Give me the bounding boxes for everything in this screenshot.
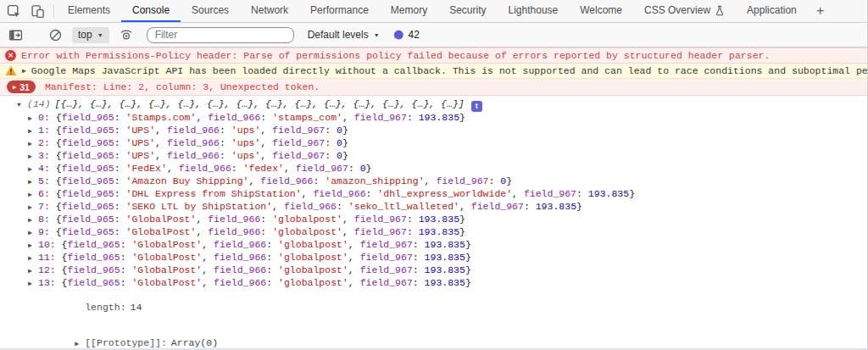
property-key: field_965 — [68, 264, 120, 275]
property-value: 0 — [360, 163, 366, 174]
tab-security[interactable]: Security — [438, 0, 497, 22]
array-item-row[interactable]: ▶1: {field_965: 'UPS', field_966: 'ups',… — [0, 125, 867, 137]
property-value: 'ups' — [231, 137, 261, 148]
property-key: field_967 — [296, 163, 348, 174]
disclosure-arrow-icon: ▶ — [13, 84, 16, 91]
array-item-row[interactable]: ▶4: {field_965: 'FedEx', field_966: 'fed… — [0, 163, 867, 175]
property-value: 'globalpost' — [278, 252, 348, 263]
chevron-down-icon: ▼ — [97, 32, 103, 38]
property-value: 0 — [337, 125, 342, 136]
error-message-row: ✕ Error with Permissions-Policy header: … — [0, 47, 867, 64]
array-index: 8: — [38, 214, 56, 225]
array-item-row[interactable]: ▶13: {field_965: 'GlobalPost', field_966… — [0, 277, 867, 290]
property-value: 'globalpost' — [272, 214, 342, 225]
array-index: 6: — [38, 188, 56, 199]
array-item-row[interactable]: ▶10: {field_965: 'GlobalPost', field_966… — [0, 239, 867, 252]
live-expression-button[interactable] — [114, 24, 138, 46]
console-sidebar-button[interactable] — [3, 24, 27, 46]
array-length-row: length:14 — [0, 290, 867, 325]
property-key: field_966 — [208, 226, 260, 237]
tab-label: Application — [747, 4, 797, 16]
tab-css-overview[interactable]: CSS Overview — [633, 0, 736, 22]
disclosure-arrow-icon[interactable]: ▶ — [22, 67, 26, 75]
disclosure-arrow-icon: ▶ — [28, 227, 38, 239]
property-key: field_966 — [208, 214, 260, 225]
manifest-error-text: Manifest: Line: 2, column: 3, Unexpected… — [45, 81, 320, 92]
array-item-row[interactable]: ▶9: {field_965: 'GlobalPost', field_966:… — [0, 226, 867, 239]
tab-network[interactable]: Network — [240, 0, 299, 22]
array-item-row[interactable]: ▶6: {field_965: 'DHL Express from ShipSt… — [0, 188, 867, 201]
disclosure-arrow-icon[interactable]: ▼ — [17, 99, 27, 111]
property-key: field_966 — [260, 175, 313, 186]
tab-welcome[interactable]: Welcome — [569, 0, 633, 22]
disclosure-arrow-icon: ▶ — [28, 202, 38, 214]
property-value: 193.835 — [419, 226, 459, 237]
array-item-row[interactable]: ▶0: {field_965: 'Stamps.com', field_966:… — [0, 112, 867, 125]
property-key: field_965 — [62, 226, 114, 237]
property-value: 'UPS' — [126, 125, 156, 136]
tab-elements[interactable]: Elements — [57, 0, 121, 22]
array-log-header[interactable]: ▼(14)[{…}, {…}, {…}, {…}, {…}, {…}, {…},… — [0, 98, 867, 112]
inspect-element-button[interactable] — [2, 0, 25, 22]
tab-memory[interactable]: Memory — [380, 0, 438, 22]
property-value: 'SEKO LTL by ShipStation' — [126, 201, 273, 212]
property-key: field_965 — [62, 201, 114, 212]
tab-application[interactable]: Application — [736, 0, 808, 22]
disclosure-arrow-icon[interactable]: ▶ — [75, 338, 85, 348]
tab-lighthouse[interactable]: Lighthouse — [498, 0, 570, 22]
array-item-row[interactable]: ▶2: {field_965: 'UPS', field_966: 'ups',… — [0, 137, 867, 150]
array-index: 4: — [38, 163, 56, 174]
tab-sources[interactable]: Sources — [181, 0, 240, 22]
property-key: field_966 — [179, 163, 231, 174]
log-levels-dropdown[interactable]: Default levels ▼ — [308, 29, 380, 41]
array-prototype-row[interactable]: ▶[[Prototype]]:Array(0) — [0, 325, 867, 348]
array-item-row[interactable]: ▶7: {field_965: 'SEKO LTL by ShipStation… — [0, 201, 867, 214]
array-items: ▶0: {field_965: 'Stamps.com', field_966:… — [0, 112, 867, 290]
property-key: field_965 — [62, 163, 114, 174]
property-key: field_967 — [360, 239, 413, 250]
property-value: 'Amazon Buy Shipping' — [126, 175, 249, 186]
disclosure-arrow-icon: ▶ — [28, 240, 38, 252]
chevron-down-icon: ▼ — [374, 32, 380, 38]
property-key: field_967 — [360, 277, 413, 288]
property-value: 193.835 — [419, 112, 459, 123]
array-index: 12: — [38, 264, 62, 275]
array-item-row[interactable]: ▶8: {field_965: 'GlobalPost', field_966:… — [0, 214, 867, 226]
property-value: 'GlobalPost' — [126, 226, 197, 237]
more-tabs-button[interactable]: + — [808, 0, 833, 22]
property-value: 'fedex' — [243, 163, 284, 174]
property-key: field_967 — [272, 150, 325, 161]
device-toolbar-button[interactable] — [25, 0, 49, 22]
clear-console-button[interactable] — [43, 24, 67, 46]
javascript-context-selector[interactable]: top ▼ — [72, 27, 109, 43]
filter-input[interactable] — [147, 27, 294, 43]
tab-label: Security — [449, 4, 486, 16]
tab-performance[interactable]: Performance — [299, 0, 380, 22]
array-badge-icon[interactable]: t — [471, 101, 482, 112]
property-value: 193.835 — [536, 201, 576, 212]
disclosure-arrow-icon: ▶ — [28, 151, 38, 163]
property-key: field_965 — [62, 214, 114, 225]
array-item-row[interactable]: ▶12: {field_965: 'GlobalPost', field_966… — [0, 264, 867, 277]
array-index: 2: — [38, 137, 56, 148]
property-value: 193.835 — [425, 252, 465, 263]
inspect-element-icon — [7, 4, 21, 19]
array-item-row[interactable]: ▶5: {field_965: 'Amazon Buy Shipping', f… — [0, 175, 867, 188]
property-key: field_967 — [354, 112, 407, 123]
property-value: 0 — [337, 137, 342, 148]
main-tab-bar: ElementsConsoleSourcesNetworkPerformance… — [0, 0, 867, 23]
property-value: 'GlobalPost' — [131, 277, 202, 288]
manifest-error-row: ▶ 31 Manifest: Line: 2, column: 3, Unexp… — [0, 79, 867, 96]
property-value: 'globalpost' — [278, 264, 348, 275]
disclosure-arrow-icon: ▶ — [28, 189, 38, 201]
length-value: 14 — [131, 302, 142, 313]
error-message-text: Error with Permissions-Policy header: Pa… — [21, 50, 770, 61]
repeat-count-badge[interactable]: ▶ 31 — [7, 81, 36, 93]
property-value: 'globalpost' — [278, 239, 348, 250]
array-item-row[interactable]: ▶3: {field_965: 'UPS', field_966: 'ups',… — [0, 150, 867, 163]
tab-console[interactable]: Console — [121, 0, 181, 22]
property-key: field_967 — [272, 137, 325, 148]
tab-label: Memory — [391, 4, 427, 16]
array-item-row[interactable]: ▶11: {field_965: 'GlobalPost', field_966… — [0, 252, 867, 264]
issues-counter[interactable]: 42 — [393, 29, 420, 41]
